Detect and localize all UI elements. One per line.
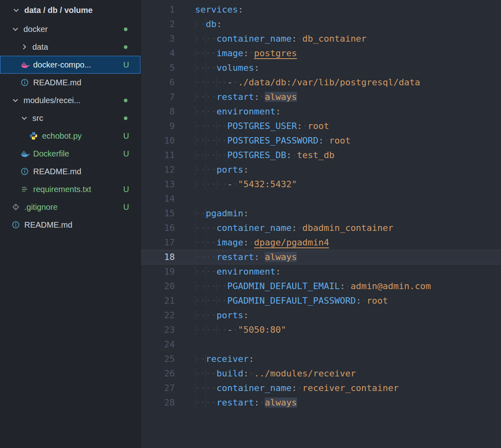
code-line-15[interactable]: 15··pgadmin: xyxy=(141,206,501,221)
tree-file-gitignore[interactable]: .gitignoreU xyxy=(0,198,140,216)
line-number[interactable]: 24 xyxy=(141,337,175,352)
tree-folder-src[interactable]: src xyxy=(0,109,140,127)
line-number[interactable]: 18 xyxy=(141,250,175,264)
line-number[interactable]: 19 xyxy=(141,264,175,279)
code-line-11[interactable]: 11······POSTGRES_DB:·test_db xyxy=(141,148,501,163)
code-text: ······POSTGRES_DB:·test_db xyxy=(175,148,334,163)
line-number[interactable]: 6 xyxy=(141,75,175,90)
code-line-6[interactable]: 6······-·./data/db:/var/lib/postgresql/d… xyxy=(141,75,501,90)
file-label: README.md xyxy=(33,78,81,87)
code-text: services: xyxy=(175,2,243,17)
line-number[interactable]: 16 xyxy=(141,221,175,235)
info-icon xyxy=(11,220,21,229)
code-line-27[interactable]: 27····container_name:·receiver_container xyxy=(141,381,501,395)
folder-label: docker xyxy=(23,25,48,34)
docker-compose-icon xyxy=(19,60,30,70)
tree-file-readme-md[interactable]: README.md xyxy=(0,216,140,234)
code-text xyxy=(175,192,195,206)
line-number[interactable]: 27 xyxy=(141,381,175,395)
file-tree: dockerdatadocker-compo...UREADME.mdmodul… xyxy=(0,20,140,234)
explorer-section-header[interactable]: data / db / volume xyxy=(0,0,140,20)
line-number[interactable]: 23 xyxy=(141,323,175,337)
code-line-16[interactable]: 16····container_name:·dbadmin_container xyxy=(141,221,501,235)
file-label: requirements.txt xyxy=(33,185,91,194)
line-number[interactable]: 15 xyxy=(141,206,175,221)
line-number[interactable]: 3 xyxy=(141,32,175,46)
chevron-down-icon xyxy=(11,96,20,104)
line-number[interactable]: 8 xyxy=(141,104,175,119)
git-status-badge: U xyxy=(123,60,129,70)
tree-file-readme-md[interactable]: README.md xyxy=(0,163,140,180)
line-number[interactable]: 14 xyxy=(141,192,175,206)
code-text: ····ports: xyxy=(175,163,248,177)
code-line-13[interactable]: 13······-·"5432:5432" xyxy=(141,177,501,192)
code-line-12[interactable]: 12····ports: xyxy=(141,163,501,177)
modified-dot-badge xyxy=(124,45,127,49)
line-number[interactable]: 12 xyxy=(141,163,175,177)
info-icon xyxy=(19,167,30,176)
code-line-8[interactable]: 8····environment: xyxy=(141,104,501,119)
code-text: ······POSTGRES_USER:·root xyxy=(175,119,329,133)
code-line-26[interactable]: 26····build:·../modules/receiver xyxy=(141,366,501,381)
line-number[interactable]: 4 xyxy=(141,46,175,61)
line-number[interactable]: 11 xyxy=(141,148,175,163)
line-number[interactable]: 1 xyxy=(141,2,175,17)
workspace-folder-label: data / db / volume xyxy=(24,6,93,15)
code-text: ··pgadmin: xyxy=(175,206,248,221)
tree-file-docker-compo[interactable]: docker-compo...U xyxy=(0,56,140,74)
line-number[interactable]: 5 xyxy=(141,61,175,75)
line-number[interactable]: 28 xyxy=(141,395,175,410)
code-line-10[interactable]: 10······POSTGRES_PASSWORD:·root xyxy=(141,133,501,148)
code-line-4[interactable]: 4····image:·postgres xyxy=(141,46,501,61)
tree-file-readme-md[interactable]: README.md xyxy=(0,74,140,91)
line-number[interactable]: 10 xyxy=(141,133,175,148)
code-line-2[interactable]: 2··db: xyxy=(141,17,501,32)
code-text: ····restart:·always xyxy=(175,250,297,264)
line-number[interactable]: 22 xyxy=(141,308,175,323)
code-line-23[interactable]: 23······-·"5050:80" xyxy=(141,323,501,337)
code-line-3[interactable]: 3····container_name:·db_container xyxy=(141,32,501,46)
code-text: ····ports: xyxy=(175,308,248,323)
code-line-1[interactable]: 1services: xyxy=(141,2,501,17)
modified-dot-badge xyxy=(124,116,127,120)
code-line-14[interactable]: 14 xyxy=(141,192,501,206)
code-line-9[interactable]: 9······POSTGRES_USER:·root xyxy=(141,119,501,133)
tree-file-dockerfile[interactable]: DockerfileU xyxy=(0,145,140,163)
code-line-17[interactable]: 17····image:·dpage/pgadmin4 xyxy=(141,235,501,250)
explorer-sidebar: data / db / volume dockerdatadocker-comp… xyxy=(0,0,141,448)
line-number[interactable]: 21 xyxy=(141,294,175,308)
line-number[interactable]: 7 xyxy=(141,90,175,104)
tree-file-echobot-py[interactable]: echobot.pyU xyxy=(0,127,140,145)
code-line-19[interactable]: 19····environment: xyxy=(141,264,501,279)
code-line-21[interactable]: 21······PGADMIN_DEFAULT_PASSWORD:·root xyxy=(141,294,501,308)
git-status-badge: U xyxy=(123,131,129,141)
code-text: ····environment: xyxy=(175,264,281,279)
code-line-18[interactable]: 18····restart:·always xyxy=(141,250,501,264)
code-line-28[interactable]: 28····restart:·always xyxy=(141,395,501,410)
line-number[interactable]: 20 xyxy=(141,279,175,294)
git-status-badge: U xyxy=(123,185,129,194)
line-number[interactable]: 9 xyxy=(141,119,175,133)
code-line-7[interactable]: 7····restart:·always xyxy=(141,90,501,104)
line-number[interactable]: 26 xyxy=(141,366,175,381)
line-number[interactable]: 2 xyxy=(141,17,175,32)
line-number[interactable]: 13 xyxy=(141,177,175,192)
tree-folder-modules-recei[interactable]: modules/recei... xyxy=(0,91,140,109)
file-label: .gitignore xyxy=(24,203,57,212)
tree-file-requirements-txt[interactable]: requirements.txtU xyxy=(0,180,140,198)
code-line-20[interactable]: 20······PGADMIN_DEFAULT_EMAIL:·admin@adm… xyxy=(141,279,501,294)
code-text: ······PGADMIN_DEFAULT_EMAIL:·admin@admin… xyxy=(175,279,431,294)
line-number[interactable]: 17 xyxy=(141,235,175,250)
code-line-24[interactable]: 24 xyxy=(141,337,501,352)
code-text: ····container_name:·dbadmin_container xyxy=(175,221,393,235)
app-window: data / db / volume dockerdatadocker-comp… xyxy=(0,0,501,448)
tree-folder-data[interactable]: data xyxy=(0,38,140,56)
code-line-5[interactable]: 5····volumes: xyxy=(141,61,501,75)
tree-folder-docker[interactable]: docker xyxy=(0,20,140,38)
line-number[interactable]: 25 xyxy=(141,352,175,366)
file-label: docker-compo... xyxy=(33,60,91,70)
chevron-down-icon xyxy=(19,114,29,122)
code-line-22[interactable]: 22····ports: xyxy=(141,308,501,323)
code-text: ··receiver: xyxy=(175,352,254,366)
code-line-25[interactable]: 25··receiver: xyxy=(141,352,501,366)
